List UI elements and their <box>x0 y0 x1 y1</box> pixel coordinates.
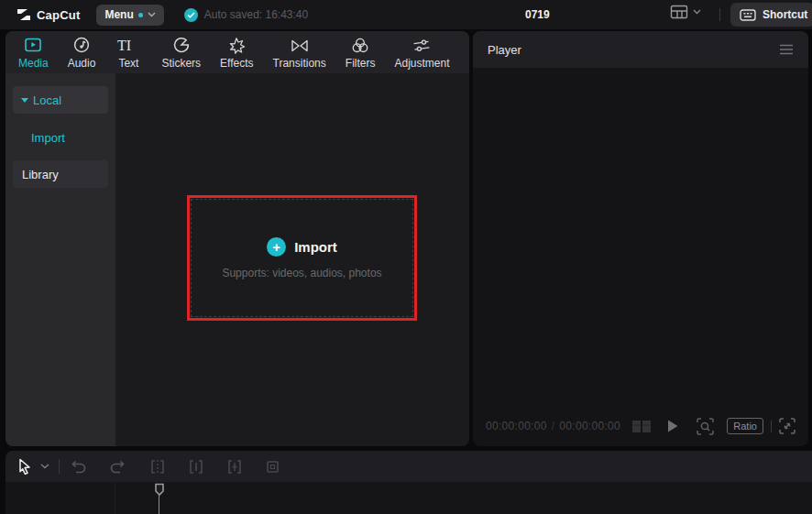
media-content-area: + Import Supports: videos, audios, photo… <box>115 73 469 446</box>
capcut-logo-icon <box>16 8 31 21</box>
timeline-toolbar <box>5 451 812 482</box>
tab-label: Filters <box>346 57 376 70</box>
effects-icon <box>226 37 247 55</box>
import-button[interactable]: + Import <box>267 237 337 257</box>
playhead-line <box>159 494 159 514</box>
capcut-logo: CapCut <box>16 8 80 22</box>
autosave-text: Auto saved: 16:43:40 <box>204 8 308 21</box>
delete-button[interactable] <box>265 459 280 475</box>
transitions-icon <box>289 37 311 55</box>
menu-status-dot <box>138 13 143 17</box>
tab-label: Audio <box>68 57 96 70</box>
sidebar-item-import[interactable]: Import <box>13 126 108 149</box>
sidebar-item-label: Library <box>22 168 59 181</box>
timeline-track-area[interactable] <box>5 482 812 514</box>
tab-label: Stickers <box>161 57 201 70</box>
split-button[interactable] <box>149 459 166 475</box>
media-icon <box>23 37 43 55</box>
tab-label: Media <box>18 57 49 70</box>
timeline-panel <box>5 451 812 514</box>
delete-right-button[interactable] <box>226 459 243 475</box>
undo-button[interactable] <box>71 459 87 474</box>
timecode-current: 00:00:00:00 <box>486 420 547 432</box>
sidebar-item-label: Local <box>33 93 61 107</box>
tab-label: Transitions <box>273 57 326 70</box>
keyboard-icon <box>740 9 756 21</box>
shortcut-button[interactable]: Shortcut <box>730 3 812 27</box>
ratio-button[interactable]: Ratio <box>727 418 763 434</box>
tab-label: Text <box>118 57 138 70</box>
ratio-button-label: Ratio <box>733 421 757 432</box>
tab-stickers[interactable]: Stickers <box>159 37 203 70</box>
tab-adjustment[interactable]: Adjustment <box>392 37 451 70</box>
sidebar-item-local[interactable]: Local <box>13 86 108 114</box>
tab-label: Adjustment <box>394 57 449 70</box>
tab-label: Effects <box>220 57 253 70</box>
sidebar-item-library[interactable]: Library <box>13 160 108 188</box>
filters-icon <box>350 37 370 55</box>
autosave-check-icon <box>184 8 198 22</box>
playhead[interactable] <box>154 483 165 514</box>
stickers-icon <box>171 37 192 55</box>
topbar-divider <box>719 8 720 21</box>
player-header: Player <box>473 31 808 68</box>
shortcut-button-label: Shortcut <box>763 8 807 21</box>
top-bar: CapCut Menu Auto saved: 16:43:40 0719 Sh… <box>0 0 812 29</box>
redo-button[interactable] <box>109 459 126 474</box>
sidebar-item-label: Import <box>31 131 65 145</box>
adjustment-icon <box>411 37 432 55</box>
audio-icon <box>71 37 92 55</box>
import-dropzone[interactable]: + Import Supports: videos, audios, photo… <box>191 199 413 317</box>
layout-switch-button[interactable] <box>670 5 701 19</box>
player-viewport <box>473 68 808 406</box>
chevron-down-icon <box>693 9 701 15</box>
player-timecode: 00:00:00:00 / 00:00:00:00 <box>486 420 620 432</box>
autosave-status: Auto saved: 16:43:40 <box>184 8 308 22</box>
player-title: Player <box>488 43 521 57</box>
toolbar-divider <box>59 459 60 474</box>
select-tool-button[interactable] <box>16 458 33 476</box>
fullscreen-icon[interactable] <box>779 418 796 434</box>
player-panel: Player 00:00:00:00 / 00:00:00:00 <box>473 31 808 446</box>
import-supports-text: Supports: videos, audios, photos <box>222 267 381 279</box>
asset-tab-bar: Media Audio TI Text Stickers <box>5 31 469 73</box>
preview-zoom-icon[interactable] <box>697 418 714 435</box>
menu-button[interactable]: Menu <box>96 5 163 26</box>
layout-panels-icon <box>670 5 688 19</box>
chevron-down-icon <box>148 12 156 17</box>
import-button-label: Import <box>294 239 337 255</box>
capcut-logo-text: CapCut <box>37 8 80 22</box>
media-panel: Media Audio TI Text Stickers <box>5 31 469 446</box>
svg-text:TI: TI <box>117 38 131 53</box>
player-menu-icon[interactable] <box>779 44 794 55</box>
player-controls: 00:00:00:00 / 00:00:00:00 Ratio <box>473 406 808 446</box>
expand-triangle-icon <box>21 98 28 103</box>
menu-button-label: Menu <box>104 8 133 21</box>
tab-transitions[interactable]: Transitions <box>271 37 328 70</box>
play-button[interactable] <box>666 419 679 433</box>
text-icon: TI <box>115 37 142 55</box>
media-sidebar: Local Import Library <box>5 73 115 446</box>
tab-text[interactable]: TI Text <box>113 37 144 70</box>
plus-icon: + <box>267 237 286 257</box>
select-tool-dropdown[interactable] <box>40 464 49 469</box>
tab-audio[interactable]: Audio <box>66 37 98 70</box>
controls-divider <box>771 421 772 432</box>
delete-left-button[interactable] <box>188 459 204 475</box>
tab-filters[interactable]: Filters <box>344 37 378 70</box>
tab-effects[interactable]: Effects <box>218 37 255 70</box>
track-header-divider <box>115 482 115 514</box>
timecode-total: 00:00:00:00 <box>559 420 620 432</box>
frame-preview-icon[interactable] <box>631 420 652 433</box>
timecode-separator: / <box>552 420 555 432</box>
project-title: 0719 <box>525 8 550 21</box>
tab-media[interactable]: Media <box>16 37 50 70</box>
